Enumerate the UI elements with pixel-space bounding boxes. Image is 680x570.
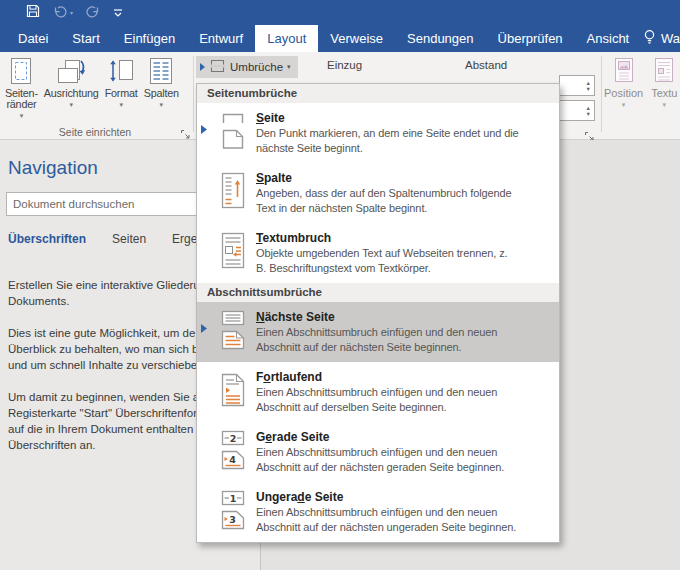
- titlebar: ▾: [0, 0, 680, 25]
- menu-item-ungerade-seite[interactable]: 13Ungerade SeiteEinen Abschnittsumbruch …: [197, 482, 559, 542]
- redo-icon: [86, 4, 100, 22]
- menu-item-fortlaufend[interactable]: FortlaufendEinen Abschnittsumbruch einfü…: [197, 362, 559, 422]
- menu-item-text: SpalteAngeben, dass der auf den Spaltenu…: [256, 170, 555, 216]
- menu-item-description: Den Punkt markieren, an dem eine Seite e…: [256, 126, 555, 156]
- navigation-pane-tabs: ÜberschriftenSeitenErgeb: [8, 232, 204, 246]
- menu-item-text: FortlaufendEinen Abschnittsumbruch einfü…: [256, 369, 555, 415]
- column-break-icon: [210, 170, 256, 212]
- menu-item-title: Seite: [256, 110, 555, 126]
- menu-item-gerade-seite[interactable]: 24Gerade SeiteEinen Abschnittsumbruch ei…: [197, 422, 559, 482]
- einzug-label: Einzug: [327, 59, 362, 71]
- position-button[interactable]: Position▾: [604, 56, 643, 109]
- button-label: Ausrichtung: [44, 88, 99, 99]
- menu-item-title: Spalte: [256, 170, 555, 186]
- chevron-down-icon: ▾: [663, 101, 667, 109]
- menu-item-description: Einen Abschnittsumbruch einfügen und den…: [256, 505, 555, 535]
- arrange-buttons: Position▾Textu▾: [604, 56, 677, 109]
- menu-item-seite[interactable]: SeiteDen Punkt markieren, an dem eine Se…: [197, 103, 559, 163]
- page-setup-dialog-launcher[interactable]: [180, 126, 191, 137]
- menu-item-description: Objekte umgebenden Text auf Webseiten tr…: [256, 246, 555, 276]
- menu-item-description: Angeben, dass der auf den Spaltenumbruch…: [256, 186, 555, 216]
- menu-section-header-abschnittsumbrueche: Abschnittsumbrüche: [197, 283, 559, 302]
- save-icon: [26, 4, 40, 22]
- continuous-icon: [210, 369, 256, 411]
- button-label: Spalten: [144, 88, 179, 99]
- menu-item-title: Nächste Seite: [256, 309, 555, 325]
- chevron-down-icon: ▾: [119, 101, 123, 109]
- seitenraender-button[interactable]: Seiten-ränder▾: [2, 56, 41, 120]
- menu-item-title: Ungerade Seite: [256, 489, 555, 505]
- tab-sendungen[interactable]: Sendungen: [395, 25, 486, 52]
- tab-einfuegen[interactable]: Einfügen: [112, 25, 187, 52]
- undo-icon: [53, 4, 68, 22]
- tab-layout[interactable]: Layout: [255, 25, 318, 52]
- format-button[interactable]: Format▾: [102, 56, 141, 120]
- breaks-icon: [209, 58, 226, 76]
- margins-icon: [6, 56, 36, 86]
- break-marker-icon: [197, 125, 210, 134]
- menu-item-spalte[interactable]: SpalteAngeben, dass der auf den Spaltenu…: [197, 163, 559, 223]
- tell-me-box[interactable]: Wa: [643, 25, 680, 52]
- navigation-pane-title: Navigation: [8, 157, 98, 179]
- page-setup-buttons: Seiten-ränder▾Ausrichtung▾Format▾Spalten…: [2, 56, 192, 120]
- ribbon-tabs: DateiStartEinfügenEntwurfLayoutVerweiseS…: [0, 25, 680, 52]
- spinner-down-icon[interactable]: ▼: [586, 86, 591, 92]
- tab-datei[interactable]: Datei: [6, 25, 60, 52]
- nav-tab-seiten[interactable]: Seiten: [112, 232, 146, 246]
- customize-quick-access-toolbar-button[interactable]: [113, 4, 123, 22]
- odd-page-icon: 13: [210, 489, 256, 531]
- nav-tab-ueberschriften[interactable]: Überschriften: [8, 232, 86, 246]
- chevron-down-icon: ▾: [622, 101, 626, 109]
- button-label: Format: [105, 88, 138, 99]
- chevron-down-icon: ▾: [69, 101, 73, 109]
- tab-start[interactable]: Start: [60, 25, 111, 52]
- menu-item-description: Einen Abschnittsumbruch einfügen und den…: [256, 325, 555, 355]
- undo-button[interactable]: ▾: [53, 4, 73, 22]
- paragraph-dialog-launcher[interactable]: [584, 128, 595, 139]
- tab-entwurf[interactable]: Entwurf: [187, 25, 255, 52]
- tab-ansicht[interactable]: Ansicht: [575, 25, 642, 52]
- tab-ueberpruefen[interactable]: Überprüfen: [486, 25, 575, 52]
- umbrueche-button[interactable]: Umbrüche ▾: [196, 56, 298, 78]
- ribbon-tab-bar: DateiStartEinfügenEntwurfLayoutVerweiseS…: [0, 25, 680, 52]
- chevron-down-icon: ▾: [20, 112, 24, 120]
- svg-text:4: 4: [229, 454, 236, 465]
- menu-item-text: Gerade SeiteEinen Abschnittsumbruch einf…: [256, 429, 555, 475]
- indent-spinner-field[interactable]: ▲▼: [559, 75, 595, 96]
- customize-quick-access-icon: [113, 4, 123, 22]
- menu-item-textumbruch[interactable]: TextumbruchObjekte umgebenden Text auf W…: [197, 223, 559, 283]
- wraptext-icon: [651, 56, 677, 84]
- save-button[interactable]: [26, 4, 40, 22]
- menu-item-title: Fortlaufend: [256, 369, 555, 385]
- menu-item-description: Einen Abschnittsumbruch einfügen und den…: [256, 445, 555, 475]
- group-label-seite-einrichten: Seite einrichten: [0, 126, 190, 138]
- tell-me-label: Wa: [661, 31, 680, 46]
- svg-text:1: 1: [230, 493, 237, 504]
- menu-item-naechste-seite[interactable]: Nächste SeiteEinen Abschnittsumbruch ein…: [197, 302, 559, 362]
- break-marker-icon: [200, 61, 205, 73]
- spacing-spinner-field[interactable]: ▲▼: [559, 100, 595, 121]
- undo-dropdown-arrow: ▾: [70, 9, 73, 16]
- menu-item-text: Nächste SeiteEinen Abschnittsumbruch ein…: [256, 309, 555, 355]
- spalten-button[interactable]: Spalten▾: [141, 56, 182, 120]
- redo-button[interactable]: [86, 4, 100, 22]
- abstand-label: Abstand: [465, 59, 507, 71]
- menu-item-text: SeiteDen Punkt markieren, an dem eine Se…: [256, 110, 555, 156]
- page-break-icon: [210, 110, 256, 152]
- umbrueche-button-label: Umbrüche: [230, 61, 283, 73]
- menu-item-description: Einen Abschnittsumbruch einfügen und den…: [256, 385, 555, 415]
- break-marker-icon: [197, 324, 210, 333]
- tab-verweise[interactable]: Verweise: [318, 25, 395, 52]
- quick-access-toolbar: ▾: [26, 4, 123, 21]
- menu-item-title: Gerade Seite: [256, 429, 555, 445]
- group-divider: [601, 56, 602, 132]
- size-icon: [106, 56, 136, 86]
- ausrichtung-button[interactable]: Ausrichtung▾: [41, 56, 102, 120]
- breaks-dropdown-menu: SeitenumbrücheSeiteDen Punkt markieren, …: [196, 83, 560, 543]
- spinner-down-icon[interactable]: ▼: [586, 111, 591, 117]
- textumbruch-button[interactable]: Textu▾: [651, 56, 677, 109]
- position-icon: [611, 56, 637, 84]
- word-window: ▾ DateiStartEinfügenEntwurfLayoutVerweis…: [0, 0, 680, 570]
- next-page-icon: [210, 309, 256, 351]
- menu-section-header-seitenumbrueche: Seitenumbrüche: [197, 84, 559, 103]
